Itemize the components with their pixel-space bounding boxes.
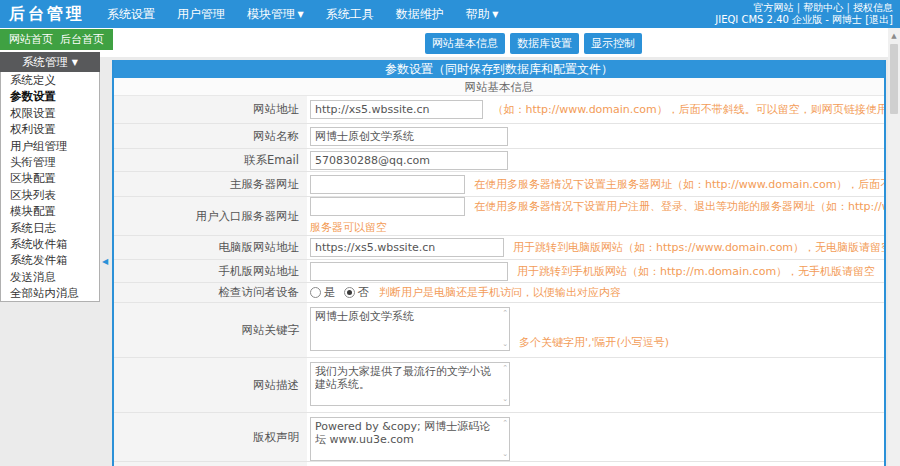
text-input[interactable] xyxy=(310,197,465,216)
radio-selected[interactable] xyxy=(344,287,355,298)
field-hint: 用于跳转到电脑版网站（如：https://www.domain.com），无电脑… xyxy=(513,240,884,255)
nav-item[interactable]: 系统工具 xyxy=(326,6,374,23)
form-row: ⌃⌄ xyxy=(114,462,884,466)
sidebar-header[interactable]: 系统管理 ▼ xyxy=(0,52,100,72)
form-row: 网站名称 xyxy=(114,124,884,149)
row-content xyxy=(307,124,884,148)
sidebar-header-label: 系统管理 xyxy=(22,55,68,69)
topbar-nav: 系统设置用户管理模块管理 ▼系统工具数据维护帮助 ▼ xyxy=(107,0,498,28)
row-content: 用于跳转到手机版网站（如：http://m.domain.com），无手机版请留… xyxy=(307,260,884,282)
logout-link[interactable]: [退出] xyxy=(865,14,893,25)
text-input[interactable] xyxy=(310,151,508,170)
nav-item[interactable]: 系统设置 xyxy=(107,6,155,23)
nav-item[interactable]: 数据维护 xyxy=(396,6,444,23)
row-content: ⌃⌄ xyxy=(307,462,884,466)
main-content: 参数设置（同时保存到数据库和配置文件） 网站基本信息 网站地址（如：http:/… xyxy=(112,60,886,466)
radio-label: 是 xyxy=(324,285,336,300)
version-line: JIEQI CMS 2.40 企业版 - 网博士 [退出] xyxy=(715,14,893,26)
textarea-value: Powered by &copy; 网博士源码论坛 www.uu3e.com xyxy=(315,420,495,446)
row-content: 我们为大家提供了最流行的文学小说建站系统。⌃⌄ xyxy=(307,358,884,412)
nav-item[interactable]: 用户管理 xyxy=(177,6,225,23)
top-link[interactable]: 帮助中心 xyxy=(803,2,843,13)
form-row: 主服务器网址在使用多服务器情况下设置主服务器网址（如：http://www.do… xyxy=(114,172,884,197)
text-input[interactable] xyxy=(310,238,504,257)
form-rows: 网站地址（如：http://www.domain.com），后面不带斜线。可以留… xyxy=(114,96,884,466)
top-link[interactable]: 授权信息 xyxy=(853,2,893,13)
scroll-up-icon[interactable]: ⌃ xyxy=(502,310,508,317)
scroll-down-icon[interactable]: ⌄ xyxy=(502,396,508,403)
textarea-value: 网博士原创文学系统 xyxy=(315,310,495,323)
nav-item[interactable]: 帮助 ▼ xyxy=(466,6,499,23)
radio-option[interactable] xyxy=(310,287,321,298)
sidebar-item[interactable]: 参数设置 xyxy=(1,88,99,104)
sidebar-item[interactable]: 区块配置 xyxy=(1,170,99,186)
scroll-up-icon[interactable]: ⌃ xyxy=(502,365,508,372)
textarea-field[interactable]: 网博士原创文学系统⌃⌄ xyxy=(310,307,510,351)
text-input[interactable] xyxy=(310,175,465,194)
form-row: 电脑版网站地址用于跳转到电脑版网站（如：https://www.domain.c… xyxy=(114,236,884,260)
tab[interactable]: 后台首页 xyxy=(60,32,104,47)
sidebar-collapse-icon[interactable]: ◀ xyxy=(102,257,108,266)
field-hint: （如：http://www.domain.com），后面不带斜线。可以留空，则网… xyxy=(492,102,884,117)
scroll-up-icon[interactable]: ⌃ xyxy=(502,420,508,427)
toolbar-button[interactable]: 显示控制 xyxy=(584,33,642,54)
radio-label: 否 xyxy=(358,285,370,300)
vertical-scrollbar[interactable]: ▲ xyxy=(888,28,900,466)
row-content: （如：http://www.domain.com），后面不带斜线。可以留空，则网… xyxy=(307,96,884,123)
field-hint: 在使用多服务器情况下设置用户注册、登录、退出等功能的服务器网址（如：http:/… xyxy=(474,199,884,214)
form-row: 网站关键字网博士原创文学系统⌃⌄多个关键字用','隔开(小写逗号) xyxy=(114,303,884,358)
link-separator: | xyxy=(843,2,853,13)
row-label: 联系Email xyxy=(114,149,307,171)
row-label xyxy=(114,462,307,466)
text-input[interactable] xyxy=(310,100,483,119)
row-label: 网站关键字 xyxy=(114,303,307,357)
textarea-value: 我们为大家提供了最流行的文学小说建站系统。 xyxy=(315,365,495,391)
sidebar-item[interactable]: 系统定义 xyxy=(1,72,99,88)
row-content: 用于跳转到电脑版网站（如：https://www.domain.com），无电脑… xyxy=(307,236,884,259)
form-row: 手机版网站地址用于跳转到手机版网站（如：http://m.domain.com）… xyxy=(114,260,884,283)
scroll-up-icon[interactable]: ▲ xyxy=(888,28,900,40)
sidebar-item[interactable]: 权限设置 xyxy=(1,105,99,121)
sidebar-item[interactable]: 权利设置 xyxy=(1,121,99,137)
sidebar-item[interactable]: 区块列表 xyxy=(1,187,99,203)
toolbar-button[interactable]: 网站基本信息 xyxy=(425,33,505,54)
textarea-field[interactable]: 我们为大家提供了最流行的文学小说建站系统。⌃⌄ xyxy=(310,362,510,406)
caret-down-icon: ▼ xyxy=(490,10,499,19)
sidebar-item[interactable]: 模块配置 xyxy=(1,203,99,219)
row-label: 用户入口服务器网址 xyxy=(114,197,307,235)
scrollbar-thumb[interactable] xyxy=(890,44,898,114)
sidebar-item[interactable]: 全部站内消息 xyxy=(1,285,99,301)
caret-down-icon: ▼ xyxy=(72,58,78,67)
tab[interactable]: 网站首页 xyxy=(9,32,53,47)
admin-screen: 后台管理 系统设置用户管理模块管理 ▼系统工具数据维护帮助 ▼ 官方网站 | 帮… xyxy=(0,0,900,466)
row-content xyxy=(307,149,884,171)
sidebar-item[interactable]: 头衔管理 xyxy=(1,154,99,170)
sidebar-item[interactable]: 系统发件箱 xyxy=(1,252,99,268)
textarea-field[interactable]: Powered by &copy; 网博士源码论坛 www.uu3e.com⌃⌄ xyxy=(310,417,510,461)
scroll-down-icon[interactable]: ⌄ xyxy=(502,341,508,348)
row-label: 检查访问者设备 xyxy=(114,283,307,302)
caret-down-icon: ▼ xyxy=(295,10,304,19)
toolbar-button[interactable]: 数据库设置 xyxy=(510,33,579,54)
field-hint: 判断用户是电脑还是手机访问，以便输出对应内容 xyxy=(379,285,621,300)
sidebar-item[interactable]: 系统收件箱 xyxy=(1,236,99,252)
sidebar-item[interactable]: 发送消息 xyxy=(1,269,99,285)
text-input[interactable] xyxy=(310,262,508,281)
field-hint: 在使用多服务器情况下设置主服务器网址（如：http://www.domain.c… xyxy=(474,177,884,192)
sidebar-list: 系统定义参数设置权限设置权利设置用户组管理头衔管理区块配置区块列表模块配置系统日… xyxy=(1,72,99,301)
row-label: 网站名称 xyxy=(114,124,307,148)
row-label: 网站地址 xyxy=(114,96,307,123)
top-link[interactable]: 官方网站 xyxy=(754,2,794,13)
scroll-down-icon[interactable]: ⌄ xyxy=(502,451,508,458)
text-input[interactable] xyxy=(310,127,508,146)
section-title: 网站基本信息 xyxy=(114,78,884,96)
form-row: 网站地址（如：http://www.domain.com），后面不带斜线。可以留… xyxy=(114,96,884,124)
link-separator: | xyxy=(794,2,804,13)
field-hint: 用于跳转到手机版网站（如：http://m.domain.com），无手机版请留… xyxy=(517,264,875,279)
sidebar-item[interactable]: 系统日志 xyxy=(1,220,99,236)
app-logo: 后台管理 xyxy=(9,4,85,25)
sidebar: 系统管理 ▼ 系统定义参数设置权限设置权利设置用户组管理头衔管理区块配置区块列表… xyxy=(0,53,100,302)
nav-item[interactable]: 模块管理 ▼ xyxy=(247,6,304,23)
row-content: 网博士原创文学系统⌃⌄多个关键字用','隔开(小写逗号) xyxy=(307,303,884,357)
sidebar-item[interactable]: 用户组管理 xyxy=(1,138,99,154)
